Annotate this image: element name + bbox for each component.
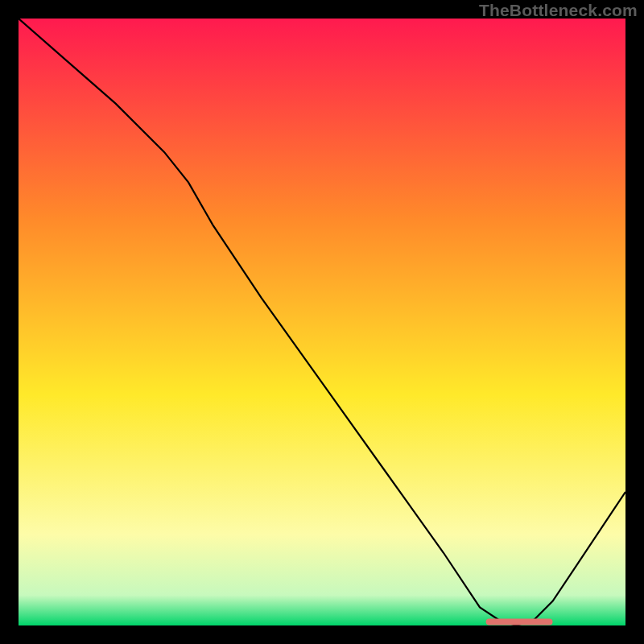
optimal-range-marker (486, 619, 553, 625)
chart-svg (19, 19, 625, 625)
gradient-background (19, 19, 625, 625)
chart-plot-area (19, 19, 625, 625)
chart-frame: TheBottleneck.com (0, 0, 644, 644)
watermark-text: TheBottleneck.com (479, 1, 638, 20)
